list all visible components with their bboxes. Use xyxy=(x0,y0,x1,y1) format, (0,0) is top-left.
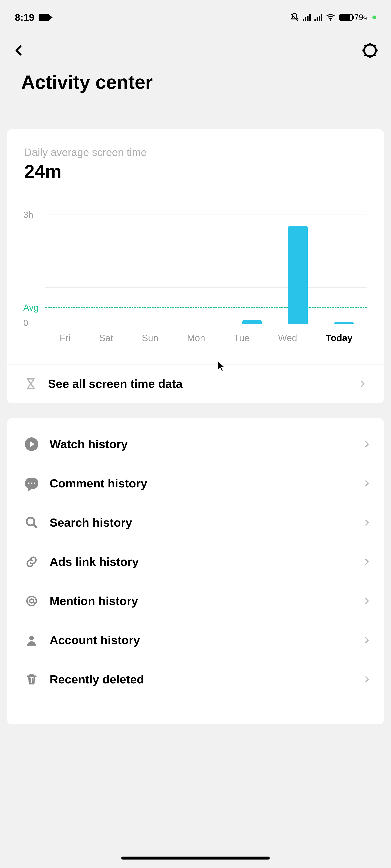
screen-time-chart: 3h Avg 0 FriSatSunMonTueWedToday xyxy=(24,214,367,343)
chevron-right-icon xyxy=(363,479,371,488)
see-all-screen-time[interactable]: See all screen time data xyxy=(24,365,367,403)
svg-line-8 xyxy=(374,55,376,56)
at-icon xyxy=(24,594,39,608)
bar-wed[interactable] xyxy=(288,226,308,324)
menu-label: Ads link history xyxy=(50,555,352,568)
chevron-right-icon xyxy=(363,636,371,645)
menu-play[interactable]: Watch history xyxy=(24,425,371,464)
menu-trash[interactable]: Recently deleted xyxy=(24,660,371,699)
gear-icon[interactable] xyxy=(362,42,378,59)
link-icon xyxy=(24,555,39,568)
page-title: Activity center xyxy=(0,59,391,93)
avg-label: Avg xyxy=(23,303,38,313)
see-all-label: See all screen time data xyxy=(48,377,348,391)
menu-label: Search history xyxy=(50,516,352,529)
chevron-right-icon xyxy=(363,440,371,448)
menu-label: Watch history xyxy=(50,437,352,451)
chevron-right-icon xyxy=(358,379,367,388)
menu-account[interactable]: Account history xyxy=(24,620,371,660)
signal-icon xyxy=(314,13,322,21)
recording-dot-icon xyxy=(372,16,376,19)
wifi-icon xyxy=(326,13,335,22)
svg-point-2 xyxy=(364,44,376,56)
svg-line-10 xyxy=(374,45,376,46)
x-tick: Wed xyxy=(278,333,297,343)
menu-label: Comment history xyxy=(50,476,352,490)
chevron-right-icon xyxy=(363,675,371,684)
y-tick-bottom: 0 xyxy=(23,318,28,328)
svg-line-12 xyxy=(33,524,37,527)
chevron-right-icon xyxy=(363,518,371,527)
svg-line-7 xyxy=(364,45,366,46)
svg-line-9 xyxy=(364,55,366,56)
status-time: 8:19 xyxy=(15,12,34,23)
svg-point-14 xyxy=(29,636,34,640)
screen-time-subtitle: Daily average screen time xyxy=(24,146,367,158)
battery-icon: 79% xyxy=(339,13,368,22)
screen-time-value: 24m xyxy=(24,161,367,182)
menu-comment[interactable]: Comment history xyxy=(24,464,371,503)
svg-point-1 xyxy=(330,20,331,21)
x-tick: Sun xyxy=(142,333,158,343)
x-tick: Sat xyxy=(99,333,113,343)
bar-today[interactable] xyxy=(334,322,354,324)
history-menu-card: Watch historyComment historySearch histo… xyxy=(7,418,384,724)
bar-tue[interactable] xyxy=(242,320,262,324)
menu-label: Recently deleted xyxy=(50,673,352,686)
camera-icon xyxy=(38,14,49,21)
x-tick: Mon xyxy=(187,333,205,343)
chevron-right-icon xyxy=(363,558,371,566)
account-icon xyxy=(24,633,39,647)
trash-icon xyxy=(24,673,39,686)
x-tick: Today xyxy=(326,333,353,343)
bell-off-icon xyxy=(290,13,299,22)
x-tick: Tue xyxy=(234,333,249,343)
menu-label: Mention history xyxy=(50,594,352,608)
hourglass-icon xyxy=(24,377,37,390)
y-tick-top: 3h xyxy=(23,210,33,220)
signal-icon xyxy=(303,13,311,21)
screen-time-card: Daily average screen time 24m 3h Avg 0 F… xyxy=(7,129,384,403)
menu-link[interactable]: Ads link history xyxy=(24,542,371,581)
chevron-right-icon xyxy=(363,597,371,605)
search-icon xyxy=(24,516,39,529)
play-icon xyxy=(24,437,39,451)
status-bar: 8:19 79% xyxy=(0,0,391,23)
x-tick: Fri xyxy=(60,333,70,343)
back-icon[interactable] xyxy=(13,44,25,57)
menu-at[interactable]: Mention history xyxy=(24,581,371,620)
menu-label: Account history xyxy=(50,633,352,647)
menu-search[interactable]: Search history xyxy=(24,503,371,542)
home-indicator xyxy=(121,857,270,860)
comment-icon xyxy=(24,478,39,489)
